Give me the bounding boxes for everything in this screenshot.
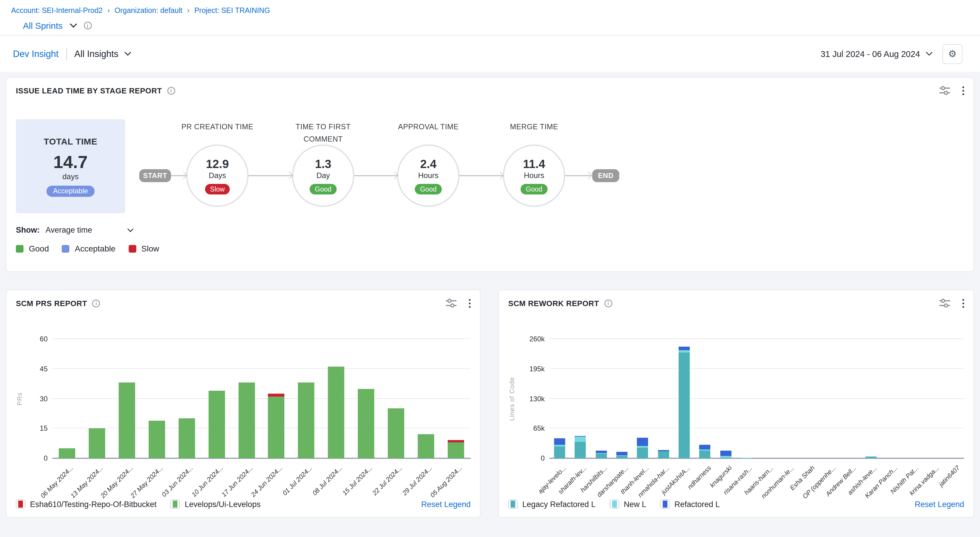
- total-time-value: 14.7: [54, 153, 88, 171]
- legend-label: Legacy Refactored L: [522, 500, 595, 508]
- scm-rework-report-panel: SCM REWORK REPORT ajay-levelo...sharath-…: [498, 290, 974, 518]
- legend-item: Good: [16, 244, 49, 253]
- legend-label: Esha610/Testing-Repo-Of-Bitbucket: [30, 500, 157, 508]
- bar-segment: [417, 434, 434, 458]
- stage-value: 12.9: [206, 157, 229, 170]
- gridline: [52, 369, 471, 369]
- settings-button[interactable]: ⚙: [942, 44, 963, 64]
- dashboard-content: ISSUE LEAD TIME BY STAGE REPORT TOTAL TI…: [0, 71, 980, 537]
- bar-segment: [178, 419, 195, 458]
- bar-segment: [679, 353, 690, 458]
- bar-segment: [119, 383, 135, 458]
- y-tick-label: 0: [525, 454, 545, 462]
- bar-segment: [720, 451, 731, 456]
- gridline: [549, 338, 964, 339]
- legend-item[interactable]: Esha610/Testing-Repo-Of-Bitbucket: [16, 499, 157, 509]
- date-range-selector[interactable]: 31 Jul 2024 - 06 Aug 2024: [821, 49, 933, 59]
- bar-segment: [298, 383, 315, 458]
- kebab-menu-icon[interactable]: [469, 299, 471, 308]
- kebab-menu-icon[interactable]: [963, 86, 964, 95]
- legend-item[interactable]: Refactored L: [660, 499, 720, 509]
- y-tick-label: 0: [28, 454, 48, 462]
- bar-segment: [149, 420, 165, 458]
- stage-unit: Days: [208, 171, 226, 180]
- widget-filters-icon[interactable]: [939, 86, 951, 95]
- bar-segment: [268, 397, 285, 458]
- y-tick-label: 130k: [525, 394, 545, 403]
- panel-title: SCM PRS REPORT: [16, 299, 87, 308]
- stage-title: APPROVAL TIME: [381, 121, 475, 133]
- top-nav: Account: SEI-Internal-Prod2 › Organizati…: [0, 0, 980, 36]
- lead-time-legend: GoodAcceptableSlow: [16, 244, 974, 253]
- stage-title: TIME TO FIRST COMMENT: [276, 121, 370, 146]
- legend-item: Slow: [128, 244, 159, 253]
- gridline: [549, 369, 964, 369]
- y-tick-label: 60: [28, 335, 48, 343]
- chevron-down-icon[interactable]: [69, 23, 77, 28]
- legend-swatch: [62, 245, 70, 253]
- toolbar-divider: [66, 47, 67, 60]
- gridline: [549, 398, 964, 399]
- gridline: [549, 428, 964, 429]
- info-icon[interactable]: [84, 22, 91, 29]
- legend-swatch: [128, 245, 136, 253]
- stage-circle: 12.9DaysSlow: [186, 145, 248, 207]
- breadcrumb-organization[interactable]: Organization: default: [115, 6, 183, 14]
- show-metric-dropdown[interactable]: Average time: [46, 226, 134, 234]
- chart-plot: ajay-levelo...sharath-lev...harshilbits.…: [549, 339, 964, 458]
- legend-label: Slow: [141, 244, 159, 253]
- total-time-label: TOTAL TIME: [44, 136, 97, 146]
- legend-item[interactable]: New L: [609, 499, 646, 509]
- bar-segment: [700, 450, 711, 450]
- bar-segment: [208, 391, 225, 458]
- x-axis-line: [549, 458, 964, 459]
- chevron-down-icon: [127, 228, 134, 232]
- sprint-selector[interactable]: All Sprints: [23, 21, 62, 30]
- bar-segment: [679, 347, 690, 351]
- legend-label: Acceptable: [75, 244, 116, 253]
- legend-item[interactable]: Legacy Refactored L: [508, 499, 595, 509]
- insights-selector[interactable]: All Insights: [74, 48, 131, 59]
- legend-item: Acceptable: [62, 244, 116, 253]
- stage-value: 11.4: [523, 157, 545, 170]
- bar-segment: [637, 448, 648, 458]
- chart-plot: 06 May 2024...13 May 2024...20 May 2024.…: [52, 339, 471, 458]
- widget-filters-icon[interactable]: [445, 299, 457, 308]
- info-icon[interactable]: [167, 87, 175, 94]
- dev-insight-link[interactable]: Dev Insight: [13, 48, 59, 59]
- legend-label: Refactored L: [675, 500, 720, 508]
- breadcrumb-account[interactable]: Account: SEI-Internal-Prod2: [11, 6, 102, 14]
- y-tick-label: 195k: [525, 365, 545, 373]
- reset-legend-link[interactable]: Reset Legend: [421, 500, 471, 508]
- stage-badge: Good: [520, 184, 547, 194]
- reset-legend-link[interactable]: Reset Legend: [915, 500, 964, 508]
- bar-segment: [59, 448, 75, 458]
- date-range-label: 31 Jul 2024 - 06 Aug 2024: [821, 49, 920, 59]
- stage-circle: 11.4HoursGood: [503, 145, 565, 207]
- widget-filters-icon[interactable]: [939, 299, 951, 308]
- legend-item[interactable]: Levelops/Ui-Levelops: [171, 499, 261, 509]
- bar-segment: [596, 454, 607, 458]
- insight-toolbar: Dev Insight All Insights 31 Jul 2024 - 0…: [0, 36, 980, 71]
- info-icon[interactable]: [604, 299, 612, 307]
- bar-segment: [679, 350, 690, 353]
- bar-segment: [575, 437, 586, 442]
- legend-checkbox: [508, 499, 518, 509]
- bar-segment: [554, 446, 565, 458]
- info-icon[interactable]: [92, 299, 100, 307]
- bar-segment: [658, 451, 669, 458]
- bar-segment: [447, 442, 464, 458]
- kebab-menu-icon[interactable]: [963, 299, 964, 308]
- breadcrumb-project[interactable]: Project: SEI TRAINING: [194, 6, 270, 14]
- show-metric-value: Average time: [46, 226, 92, 234]
- stage-unit: Day: [317, 171, 330, 180]
- bar-segment: [575, 436, 586, 437]
- flow-start-pill: START: [139, 169, 171, 182]
- bar-segment: [637, 437, 648, 446]
- legend-swatch: [16, 245, 24, 253]
- bar-segment: [616, 455, 627, 456]
- x-tick-label: jatin6407: [938, 464, 961, 488]
- bar-segment: [358, 389, 374, 458]
- y-tick-label: 45: [28, 365, 48, 373]
- issue-lead-time-panel: ISSUE LEAD TIME BY STAGE REPORT TOTAL TI…: [6, 77, 974, 272]
